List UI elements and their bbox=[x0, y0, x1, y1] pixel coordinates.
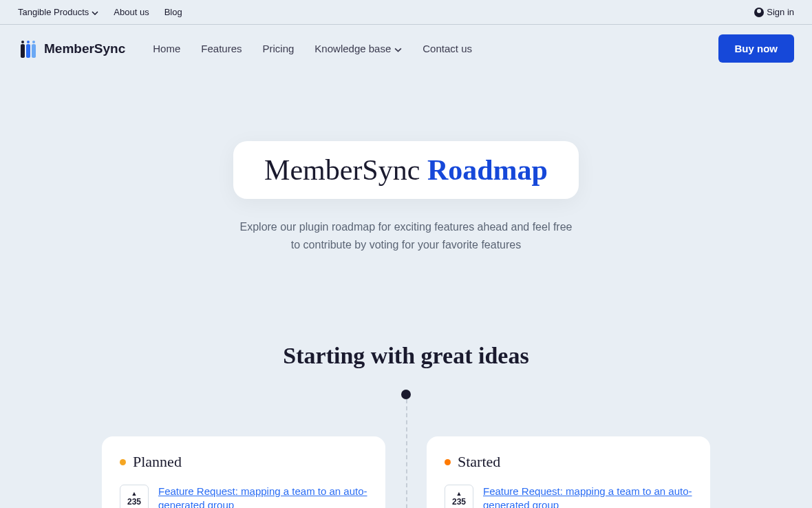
blog-link[interactable]: Blog bbox=[164, 7, 182, 17]
sign-in-label: Sign in bbox=[767, 7, 794, 17]
card-title: Planned bbox=[133, 453, 182, 471]
hero-title-accent: Roadmap bbox=[427, 154, 548, 186]
logo[interactable]: MemberSync bbox=[18, 39, 125, 59]
card-header: Started bbox=[445, 453, 692, 471]
buy-now-button[interactable]: Buy now bbox=[718, 34, 795, 63]
hero: MemberSync Roadmap Explore our plugin ro… bbox=[0, 72, 812, 295]
status-dot-planned-icon bbox=[120, 459, 126, 465]
hero-subtitle: Explore our plugin roadmap for exciting … bbox=[234, 218, 578, 253]
nav-knowledge[interactable]: Knowledge base bbox=[314, 43, 402, 54]
planned-card: Planned ▲ 235 Feature Request: mapping a… bbox=[102, 436, 385, 508]
chevron-down-icon bbox=[394, 43, 402, 54]
feature-item: ▲ 235 Feature Request: mapping a team to… bbox=[120, 485, 367, 508]
timeline-dot-icon bbox=[401, 390, 411, 399]
tangible-products-label: Tangible Products bbox=[18, 7, 89, 17]
vote-count: 235 bbox=[127, 497, 141, 507]
nav-features[interactable]: Features bbox=[201, 43, 242, 54]
main-nav: MemberSync Home Features Pricing Knowled… bbox=[0, 25, 812, 72]
feature-content: Feature Request: mapping a team to an au… bbox=[158, 485, 367, 508]
upvote-icon: ▲ bbox=[131, 491, 138, 497]
hero-title-primary: MemberSync bbox=[264, 154, 427, 186]
vote-button[interactable]: ▲ 235 bbox=[120, 485, 149, 508]
top-bar: Tangible Products About us Blog Sign in bbox=[0, 0, 812, 25]
logo-icon bbox=[18, 39, 39, 59]
svg-point-1 bbox=[27, 41, 30, 43]
about-us-link[interactable]: About us bbox=[114, 7, 149, 17]
vote-button[interactable]: ▲ 235 bbox=[445, 485, 473, 508]
feature-link[interactable]: Feature Request: mapping a team to an au… bbox=[483, 485, 692, 508]
top-bar-right: Sign in bbox=[754, 7, 794, 17]
feature-content: Feature Request: mapping a team to an au… bbox=[483, 485, 692, 508]
sign-in-link[interactable]: Sign in bbox=[754, 7, 794, 17]
nav-knowledge-label: Knowledge base bbox=[314, 43, 391, 54]
section-title: Starting with great ideas bbox=[0, 343, 812, 369]
tangible-products-link[interactable]: Tangible Products bbox=[18, 7, 98, 17]
feature-link[interactable]: Feature Request: mapping a team to an au… bbox=[158, 485, 367, 508]
chevron-down-icon bbox=[92, 7, 98, 17]
svg-point-2 bbox=[32, 41, 35, 43]
vote-count: 235 bbox=[452, 497, 466, 507]
nav-home[interactable]: Home bbox=[153, 43, 180, 54]
nav-links: Home Features Pricing Knowledge base Con… bbox=[153, 43, 718, 54]
nav-pricing[interactable]: Pricing bbox=[263, 43, 295, 54]
timeline-line bbox=[406, 399, 407, 508]
hero-title: MemberSync Roadmap bbox=[264, 154, 548, 187]
started-card: Started ▲ 235 Feature Request: mapping a… bbox=[427, 436, 710, 508]
logo-text: MemberSync bbox=[44, 41, 125, 56]
top-bar-left: Tangible Products About us Blog bbox=[18, 7, 182, 17]
user-icon bbox=[754, 8, 764, 17]
svg-point-0 bbox=[21, 41, 24, 43]
nav-contact[interactable]: Contact us bbox=[423, 43, 472, 54]
hero-title-box: MemberSync Roadmap bbox=[233, 141, 579, 199]
timeline-start bbox=[0, 390, 812, 402]
feature-item: ▲ 235 Feature Request: mapping a team to… bbox=[445, 485, 692, 508]
status-dot-started-icon bbox=[445, 459, 451, 465]
upvote-icon: ▲ bbox=[456, 491, 462, 497]
card-header: Planned bbox=[120, 453, 367, 471]
card-title: Started bbox=[458, 453, 500, 471]
